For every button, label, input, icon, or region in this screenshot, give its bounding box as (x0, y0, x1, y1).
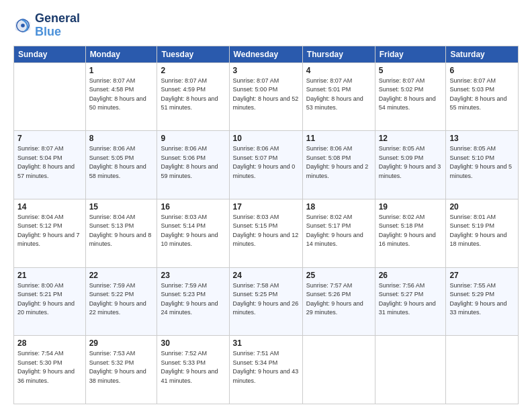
day-info: Sunrise: 8:02 AMSunset: 5:18 PMDaylight:… (379, 213, 443, 249)
calendar-cell: 19Sunrise: 8:02 AMSunset: 5:18 PMDayligh… (375, 199, 446, 267)
day-number: 4 (306, 66, 371, 75)
day-info: Sunrise: 8:04 AMSunset: 5:13 PMDaylight:… (89, 213, 154, 249)
weekday-tuesday: Tuesday (157, 46, 229, 62)
calendar-cell (302, 336, 375, 404)
day-info: Sunrise: 7:59 AMSunset: 5:23 PMDaylight:… (161, 281, 225, 318)
day-info: Sunrise: 7:59 AMSunset: 5:22 PMDaylight:… (89, 281, 154, 318)
day-number: 21 (17, 271, 82, 280)
calendar-cell: 3Sunrise: 8:07 AMSunset: 5:00 PMDaylight… (229, 62, 302, 131)
day-info: Sunrise: 8:07 AMSunset: 5:03 PMDaylight:… (449, 77, 515, 113)
weekday-friday: Friday (375, 46, 446, 62)
day-info: Sunrise: 8:06 AMSunset: 5:06 PMDaylight:… (161, 144, 225, 181)
day-info: Sunrise: 7:56 AMSunset: 5:27 PMDaylight:… (379, 281, 443, 318)
day-info: Sunrise: 8:03 AMSunset: 5:14 PMDaylight:… (161, 213, 225, 249)
calendar-cell: 7Sunrise: 8:07 AMSunset: 5:04 PMDaylight… (14, 131, 86, 199)
day-info: Sunrise: 8:01 AMSunset: 5:19 PMDaylight:… (449, 213, 515, 249)
day-number: 22 (89, 271, 154, 280)
logo-icon (13, 16, 32, 35)
calendar-cell (14, 62, 86, 131)
calendar-table: SundayMondayTuesdayWednesdayThursdayFrid… (13, 46, 519, 404)
day-number: 3 (233, 66, 299, 75)
day-number: 26 (379, 271, 443, 280)
weekday-monday: Monday (85, 46, 157, 62)
calendar-cell: 16Sunrise: 8:03 AMSunset: 5:14 PMDayligh… (157, 199, 229, 267)
calendar-cell: 8Sunrise: 8:06 AMSunset: 5:05 PMDaylight… (85, 131, 157, 199)
logo-line1: GeneralBlue (35, 12, 80, 39)
day-number: 27 (449, 271, 515, 280)
week-row-3: 14Sunrise: 8:04 AMSunset: 5:12 PMDayligh… (14, 199, 519, 267)
calendar-cell: 18Sunrise: 8:02 AMSunset: 5:17 PMDayligh… (302, 199, 375, 267)
day-info: Sunrise: 7:58 AMSunset: 5:25 PMDaylight:… (233, 281, 299, 318)
day-info: Sunrise: 7:55 AMSunset: 5:29 PMDaylight:… (449, 281, 515, 318)
day-number: 9 (161, 134, 225, 143)
calendar-cell: 28Sunrise: 7:54 AMSunset: 5:30 PMDayligh… (14, 336, 86, 404)
calendar-cell: 24Sunrise: 7:58 AMSunset: 5:25 PMDayligh… (229, 267, 302, 336)
day-number: 30 (161, 338, 225, 348)
weekday-sunday: Sunday (14, 46, 86, 62)
day-info: Sunrise: 8:03 AMSunset: 5:15 PMDaylight:… (233, 213, 299, 249)
day-info: Sunrise: 8:05 AMSunset: 5:09 PMDaylight:… (379, 144, 443, 181)
day-info: Sunrise: 7:52 AMSunset: 5:33 PMDaylight:… (161, 349, 225, 385)
calendar-cell: 21Sunrise: 8:00 AMSunset: 5:21 PMDayligh… (14, 267, 86, 336)
day-number: 18 (306, 202, 371, 212)
calendar-cell: 1Sunrise: 8:07 AMSunset: 4:58 PMDaylight… (85, 62, 157, 131)
calendar-cell: 4Sunrise: 8:07 AMSunset: 5:01 PMDaylight… (302, 62, 375, 131)
week-row-1: 1Sunrise: 8:07 AMSunset: 4:58 PMDaylight… (14, 62, 519, 131)
day-info: Sunrise: 8:06 AMSunset: 5:05 PMDaylight:… (89, 144, 154, 181)
day-number: 23 (161, 271, 225, 280)
day-number: 29 (89, 338, 154, 348)
calendar-cell: 17Sunrise: 8:03 AMSunset: 5:15 PMDayligh… (229, 199, 302, 267)
logo-text: GeneralBlue (35, 12, 80, 39)
calendar-cell: 26Sunrise: 7:56 AMSunset: 5:27 PMDayligh… (375, 267, 446, 336)
day-number: 17 (233, 202, 299, 212)
day-number: 28 (17, 338, 82, 348)
calendar-cell: 12Sunrise: 8:05 AMSunset: 5:09 PMDayligh… (375, 131, 446, 199)
day-info: Sunrise: 8:07 AMSunset: 4:59 PMDaylight:… (161, 77, 225, 113)
day-number: 24 (233, 271, 299, 280)
logo: GeneralBlue (13, 12, 80, 39)
week-row-2: 7Sunrise: 8:07 AMSunset: 5:04 PMDaylight… (14, 131, 519, 199)
calendar-cell: 29Sunrise: 7:53 AMSunset: 5:32 PMDayligh… (85, 336, 157, 404)
day-number: 14 (17, 202, 82, 212)
day-number: 7 (17, 134, 82, 143)
day-info: Sunrise: 7:57 AMSunset: 5:26 PMDaylight:… (306, 281, 371, 318)
day-info: Sunrise: 8:02 AMSunset: 5:17 PMDaylight:… (306, 213, 371, 249)
day-number: 16 (161, 202, 225, 212)
calendar-cell: 14Sunrise: 8:04 AMSunset: 5:12 PMDayligh… (14, 199, 86, 267)
calendar-cell: 9Sunrise: 8:06 AMSunset: 5:06 PMDaylight… (157, 131, 229, 199)
day-number: 1 (89, 66, 154, 75)
weekday-wednesday: Wednesday (229, 46, 302, 62)
day-number: 25 (306, 271, 371, 280)
weekday-header-row: SundayMondayTuesdayWednesdayThursdayFrid… (14, 46, 519, 62)
day-info: Sunrise: 8:06 AMSunset: 5:08 PMDaylight:… (306, 144, 371, 181)
day-info: Sunrise: 8:07 AMSunset: 4:58 PMDaylight:… (89, 77, 154, 113)
day-number: 12 (379, 134, 443, 143)
calendar-cell: 27Sunrise: 7:55 AMSunset: 5:29 PMDayligh… (446, 267, 519, 336)
weekday-thursday: Thursday (302, 46, 375, 62)
day-number: 31 (233, 338, 299, 348)
header: GeneralBlue (13, 12, 519, 39)
calendar-cell: 10Sunrise: 8:06 AMSunset: 5:07 PMDayligh… (229, 131, 302, 199)
calendar-cell: 20Sunrise: 8:01 AMSunset: 5:19 PMDayligh… (446, 199, 519, 267)
day-info: Sunrise: 7:51 AMSunset: 5:34 PMDaylight:… (233, 349, 299, 385)
day-info: Sunrise: 8:04 AMSunset: 5:12 PMDaylight:… (17, 213, 82, 249)
weekday-saturday: Saturday (446, 46, 519, 62)
day-number: 11 (306, 134, 371, 143)
day-number: 20 (449, 202, 515, 212)
calendar-cell: 30Sunrise: 7:52 AMSunset: 5:33 PMDayligh… (157, 336, 229, 404)
day-number: 2 (161, 66, 225, 75)
calendar-cell: 2Sunrise: 8:07 AMSunset: 4:59 PMDaylight… (157, 62, 229, 131)
calendar-cell (446, 336, 519, 404)
calendar-cell: 11Sunrise: 8:06 AMSunset: 5:08 PMDayligh… (302, 131, 375, 199)
day-info: Sunrise: 7:54 AMSunset: 5:30 PMDaylight:… (17, 349, 82, 385)
day-number: 10 (233, 134, 299, 143)
day-info: Sunrise: 8:05 AMSunset: 5:10 PMDaylight:… (449, 144, 515, 181)
day-info: Sunrise: 8:07 AMSunset: 5:04 PMDaylight:… (17, 144, 82, 181)
day-number: 13 (449, 134, 515, 143)
day-number: 6 (449, 66, 515, 75)
day-info: Sunrise: 8:00 AMSunset: 5:21 PMDaylight:… (17, 281, 82, 318)
calendar-cell: 22Sunrise: 7:59 AMSunset: 5:22 PMDayligh… (85, 267, 157, 336)
calendar-cell: 31Sunrise: 7:51 AMSunset: 5:34 PMDayligh… (229, 336, 302, 404)
day-info: Sunrise: 8:07 AMSunset: 5:00 PMDaylight:… (233, 77, 299, 113)
day-number: 5 (379, 66, 443, 75)
